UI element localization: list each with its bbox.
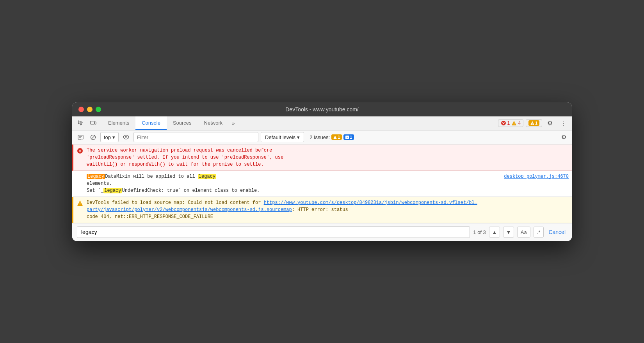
search-input[interactable] xyxy=(77,226,470,238)
settings-icon[interactable]: ⚙ xyxy=(544,118,555,129)
svg-point-14 xyxy=(123,135,129,139)
source-link[interactable]: desktop_polymer.js:4670 xyxy=(504,173,569,180)
issues-group: 2 Issues: ! 1 ≡ 1 xyxy=(310,134,354,140)
devtools-panel: Elements Console Sources Network » xyxy=(72,116,572,241)
search-next-button[interactable]: ▼ xyxy=(503,227,514,238)
warning-message: DevTools failed to load source map: Coul… xyxy=(87,199,569,220)
levels-arrow-icon: ▾ xyxy=(297,134,300,140)
legacy-highlight-2: legacy xyxy=(198,174,216,179)
block-icon[interactable] xyxy=(88,132,98,142)
title-bar: DevTools - www.youtube.com/ xyxy=(72,102,572,116)
issue-badge[interactable]: ! 1 xyxy=(526,119,542,127)
clear-console-button[interactable] xyxy=(75,132,85,142)
regex-button[interactable]: .* xyxy=(534,227,544,238)
search-bar: 1 of 3 ▲ ▼ Aa .* Cancel xyxy=(72,223,572,241)
error-badge: ✕ 1 xyxy=(501,120,510,126)
case-sensitive-button[interactable]: Aa xyxy=(517,227,530,238)
tabs: Elements Console Sources Network » xyxy=(102,116,498,130)
legacy-highlight-1: Legacy xyxy=(87,174,105,179)
context-selector[interactable]: top ▾ xyxy=(100,132,119,142)
cancel-search-button[interactable]: Cancel xyxy=(547,229,567,235)
console-toolbar: top ▾ Default levels ▾ 2 Issues: ! 1 xyxy=(72,130,572,145)
error-warning-badges[interactable]: ✕ 1 ! 4 xyxy=(498,119,523,127)
device-toolbar-icon[interactable] xyxy=(88,118,99,129)
source-map-link[interactable]: https://www.youtube.com/s/desktop/849823… xyxy=(87,200,477,213)
info-spacer xyxy=(76,173,84,180)
console-row-info: desktop_polymer.js:4670 LegacyDataMixin … xyxy=(72,171,572,197)
svg-rect-0 xyxy=(91,121,94,124)
close-button[interactable] xyxy=(78,107,84,112)
console-row-error: ✕ The service worker navigation preload … xyxy=(72,145,572,171)
more-tabs-button[interactable]: » xyxy=(229,116,238,130)
console-row-warning: ! DevTools failed to load source map: Co… xyxy=(72,197,572,223)
svg-rect-1 xyxy=(95,122,96,124)
search-count: 1 of 3 xyxy=(473,229,486,235)
warning-icon: ! xyxy=(76,200,84,207)
tab-sources[interactable]: Sources xyxy=(167,116,198,130)
search-prev-button[interactable]: ▲ xyxy=(489,227,500,238)
tab-network[interactable]: Network xyxy=(198,116,229,130)
issues-badge-1: ! 1 xyxy=(331,134,342,140)
svg-point-15 xyxy=(125,136,127,138)
svg-text:✕: ✕ xyxy=(502,121,505,125)
eye-icon[interactable] xyxy=(121,132,131,142)
tab-bar: Elements Console Sources Network » xyxy=(72,116,572,130)
svg-rect-8 xyxy=(78,135,83,139)
svg-text:≡: ≡ xyxy=(347,136,348,139)
issues-badge-2: ≡ 1 xyxy=(343,134,354,140)
svg-text:!: ! xyxy=(514,121,515,125)
error-message: The service worker navigation preload re… xyxy=(87,147,569,168)
console-content: ✕ The service worker navigation preload … xyxy=(72,145,572,223)
info-message: desktop_polymer.js:4670 LegacyDataMixin … xyxy=(87,173,569,194)
svg-text:!: ! xyxy=(335,137,336,139)
dropdown-arrow-icon: ▾ xyxy=(112,134,115,140)
svg-text:✕: ✕ xyxy=(79,149,82,154)
error-icon: ✕ xyxy=(76,147,84,154)
issue-count-badge: ! 1 xyxy=(528,120,539,126)
inspect-element-icon[interactable] xyxy=(75,118,86,129)
svg-text:!: ! xyxy=(79,202,81,206)
minimize-button[interactable] xyxy=(87,107,93,112)
console-settings-icon[interactable]: ⚙ xyxy=(559,132,569,142)
levels-dropdown[interactable]: Default levels ▾ xyxy=(261,132,304,142)
legacy-highlight-3: legacy xyxy=(103,188,122,193)
tab-elements[interactable]: Elements xyxy=(102,116,135,130)
tab-console[interactable]: Console xyxy=(135,116,167,130)
filter-input[interactable] xyxy=(133,132,258,142)
svg-line-13 xyxy=(91,136,95,139)
warning-badge: ! 4 xyxy=(511,120,521,126)
more-options-icon[interactable]: ⋮ xyxy=(558,118,569,129)
maximize-button[interactable] xyxy=(96,107,101,112)
traffic-lights xyxy=(78,107,101,112)
svg-text:!: ! xyxy=(532,122,533,125)
tab-bar-right: ✕ 1 ! 4 ! 1 ⚙ ⋮ xyxy=(498,118,569,129)
tab-bar-icons xyxy=(75,118,99,129)
window-title: DevTools - www.youtube.com/ xyxy=(285,106,359,113)
